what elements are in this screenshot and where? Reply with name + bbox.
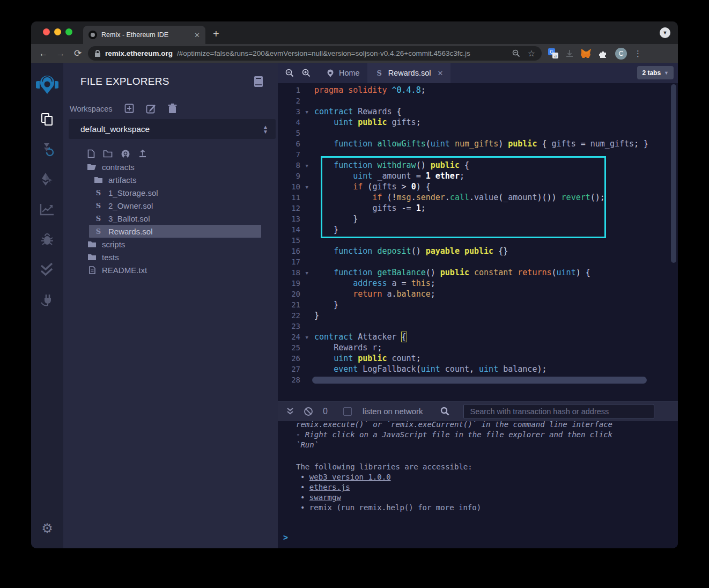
zoom-page-icon[interactable] [512, 49, 520, 57]
terminal-search-input[interactable] [463, 404, 654, 419]
zoom-window-button[interactable] [65, 28, 72, 35]
code-line-13[interactable]: 13 } [278, 214, 678, 224]
code-line-16[interactable]: 16 function deposit() payable public {} [278, 246, 678, 256]
editor-vertical-scrollbar[interactable] [671, 84, 676, 263]
code-line-12[interactable]: 12 gifts -= 1; [278, 203, 678, 214]
library-item[interactable]: • swarmgw [296, 493, 673, 503]
create-workspace-icon[interactable] [124, 104, 134, 114]
remix-logo-icon[interactable] [35, 74, 59, 97]
chrome-menu-icon[interactable]: ⋮ [634, 49, 639, 58]
address-bar[interactable]: remix.ethereum.org /#optimize=false&runs… [88, 46, 542, 61]
code-line-4[interactable]: 4 uint public gifts; [278, 117, 678, 128]
browser-toolbar: ← → ⟳ remix.ethereum.org /#optimize=fals… [31, 44, 678, 63]
library-link[interactable]: swarmgw [309, 493, 341, 502]
code-line-17[interactable]: 17 [278, 256, 678, 267]
new-folder-icon[interactable] [103, 150, 113, 158]
plugin-manager-icon[interactable] [39, 291, 55, 307]
tree-item-1-storage-sol[interactable]: S1_Storage.sol [63, 186, 278, 199]
tree-item-2-owner-sol[interactable]: S2_Owner.sol [63, 199, 278, 212]
editor-horizontal-scrollbar[interactable] [312, 377, 647, 384]
profile-avatar[interactable]: C [615, 48, 627, 60]
tree-item-rewards-sol[interactable]: SRewards.sol [89, 225, 261, 238]
zoom-in-icon[interactable] [302, 69, 311, 77]
terminal-clear-icon[interactable] [304, 407, 313, 416]
library-item[interactable]: • ethers.js [296, 482, 673, 493]
close-window-button[interactable] [43, 28, 50, 35]
line-number: 27 [278, 364, 312, 374]
tab-search-button[interactable]: ▼ [660, 27, 670, 38]
code-line-6[interactable]: 6 function allowGifts(uint num_gifts) pu… [278, 138, 678, 149]
bookmark-star-icon[interactable]: ☆ [528, 48, 535, 58]
delete-workspace-icon[interactable] [168, 104, 177, 114]
terminal-output-line: `Run` [296, 440, 673, 450]
code-line-20[interactable]: 20 return a.balance; [278, 289, 678, 299]
code-line-22[interactable]: 22} [278, 310, 678, 321]
tree-item-3-ballot-sol[interactable]: S3_Ballot.sol [63, 212, 278, 225]
workspace-select[interactable]: default_workspace ▲▼ [69, 119, 276, 139]
debugger-icon[interactable] [39, 231, 55, 247]
line-number: 3▼ [278, 106, 312, 117]
back-button[interactable]: ← [36, 48, 50, 59]
translate-extension-icon[interactable]: Ga [548, 48, 558, 58]
code-line-26[interactable]: 26 uint public count; [278, 353, 678, 364]
code-line-24[interactable]: 24▼contract Attacker { [278, 332, 678, 342]
tree-item-tests[interactable]: tests [63, 251, 278, 263]
terminal-body[interactable]: remix.execute()` or `remix.exeCurrent()`… [278, 421, 678, 548]
tabs-count-button[interactable]: 2 tabs▼ [637, 66, 674, 79]
code-line-23[interactable]: 23 [278, 321, 678, 332]
code-line-1[interactable]: 1pragma solidity ^0.4.8; [278, 85, 678, 95]
docs-book-icon[interactable] [253, 76, 264, 87]
code-line-7[interactable]: 7 [278, 149, 678, 160]
line-number: 11 [278, 192, 312, 203]
code-line-5[interactable]: 5 [278, 128, 678, 138]
listen-network-checkbox[interactable] [343, 407, 352, 416]
library-link[interactable]: web3 version 1.0.0 [309, 473, 391, 481]
code-line-27[interactable]: 27 event LogFallback(uint count, uint ba… [278, 364, 678, 374]
code-line-8[interactable]: 8▼ function withdraw() public { [278, 160, 678, 171]
upload-file-icon[interactable] [138, 149, 147, 158]
code-line-14[interactable]: 14 } [278, 224, 678, 235]
library-item[interactable]: • web3 version 1.0.0 [296, 472, 673, 482]
file-explorer-icon[interactable] [39, 111, 55, 127]
terminal: 0 listen on network remix.execute()` or … [278, 401, 678, 548]
tree-item-scripts[interactable]: scripts [63, 238, 278, 251]
code-line-11[interactable]: 11 if (!msg.sender.call.value(_amount)()… [278, 192, 678, 203]
rename-workspace-icon[interactable] [146, 104, 156, 114]
solidity-compiler-icon[interactable] [39, 141, 55, 157]
library-link[interactable]: ethers.js [309, 483, 350, 491]
tab-close-icon[interactable]: ✕ [437, 69, 443, 77]
terminal-collapse-icon[interactable] [286, 407, 294, 416]
forward-button[interactable]: → [54, 48, 68, 59]
code-line-9[interactable]: 9 uint _amount = 1 ether; [278, 171, 678, 181]
settings-gear-icon[interactable]: ⚙ [39, 520, 55, 536]
tree-item-artifacts[interactable]: artifacts [63, 173, 278, 186]
code-editor[interactable]: 1pragma solidity ^0.4.8;23▼contract Rewa… [278, 83, 678, 401]
new-file-icon[interactable] [87, 149, 95, 158]
code-line-2[interactable]: 2 [278, 95, 678, 106]
unit-testing-icon[interactable] [39, 261, 55, 277]
download-icon[interactable] [565, 49, 574, 58]
code-line-10[interactable]: 10▼ if (gifts > 0) { [278, 181, 678, 192]
tree-item-readme-txt[interactable]: README.txt [63, 263, 278, 276]
analysis-icon[interactable] [39, 201, 55, 217]
metamask-extension-icon[interactable] [581, 48, 592, 58]
code-line-25[interactable]: 25 Rewards r; [278, 342, 678, 353]
code-line-19[interactable]: 19 address a = this; [278, 278, 678, 289]
extensions-puzzle-icon[interactable] [599, 49, 608, 58]
browser-tab[interactable]: Remix - Ethereum IDE ✕ [83, 26, 205, 44]
code-line-21[interactable]: 21 } [278, 299, 678, 310]
code-line-18[interactable]: 18▼ function getBalance() public constan… [278, 267, 678, 278]
new-tab-button[interactable]: + [213, 28, 219, 40]
code-line-3[interactable]: 3▼contract Rewards { [278, 106, 678, 117]
deploy-run-icon[interactable] [39, 171, 55, 187]
github-import-icon[interactable] [121, 149, 130, 158]
tree-item-contracts[interactable]: contracts [63, 160, 278, 173]
line-number: 23 [278, 321, 312, 332]
tab-close-icon[interactable]: ✕ [194, 31, 200, 39]
minimize-window-button[interactable] [54, 28, 61, 35]
editor-tab-rewards-sol[interactable]: SRewards.sol✕ [367, 63, 451, 83]
reload-button[interactable]: ⟳ [71, 48, 85, 59]
editor-tab-home[interactable]: Home [318, 63, 367, 83]
code-line-15[interactable]: 15 [278, 235, 678, 246]
zoom-out-icon[interactable] [285, 69, 294, 77]
